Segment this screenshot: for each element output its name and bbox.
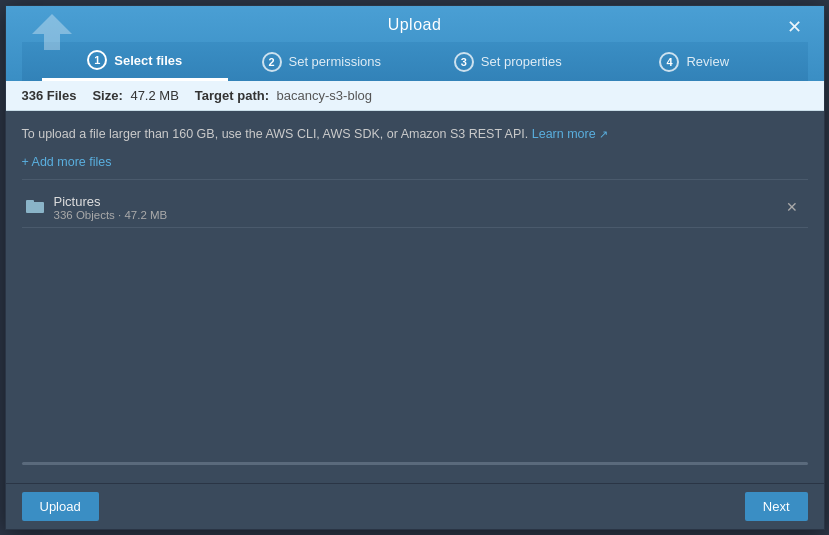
size-value: 47.2 MB <box>130 88 178 103</box>
file-item-left: Pictures 336 Objects · 47.2 MB <box>26 194 168 221</box>
file-list: Pictures 336 Objects · 47.2 MB ✕ <box>22 179 808 228</box>
step-1-num: 1 <box>87 50 107 70</box>
remove-file-button[interactable]: ✕ <box>780 197 804 217</box>
add-more-files-button[interactable]: + Add more files <box>22 155 112 169</box>
info-bar: 336 Files Size: 47.2 MB Target path: bac… <box>6 81 824 111</box>
next-button[interactable]: Next <box>745 492 808 521</box>
target-label: Target path: <box>195 88 269 103</box>
notice-text: To upload a file larger than 160 GB, use… <box>22 125 808 144</box>
learn-more-link[interactable]: Learn more ↗ <box>532 127 608 141</box>
table-row: Pictures 336 Objects · 47.2 MB ✕ <box>22 188 808 228</box>
upload-button[interactable]: Upload <box>22 492 99 521</box>
steps-bar: 1 Select files 2 Set permissions 3 Set p… <box>22 42 808 81</box>
modal-header: Upload ✕ 1 Select files 2 Set permission… <box>6 6 824 81</box>
step-3-label: Set properties <box>481 54 562 69</box>
target-section: Target path: bacancy-s3-blog <box>195 88 372 103</box>
progress-bar-container <box>22 458 808 469</box>
files-count: 336 Files <box>22 88 77 103</box>
step-2-label: Set permissions <box>289 54 381 69</box>
notice-main: To upload a file larger than 160 GB, use… <box>22 127 529 141</box>
step-3-num: 3 <box>454 52 474 72</box>
size-label: Size: <box>92 88 122 103</box>
step-4[interactable]: 4 Review <box>601 44 788 80</box>
target-value: bacancy-s3-blog <box>277 88 372 103</box>
step-2-num: 2 <box>262 52 282 72</box>
size-section: Size: 47.2 MB <box>92 88 178 103</box>
step-4-num: 4 <box>659 52 679 72</box>
step-4-label: Review <box>686 54 729 69</box>
title-row: Upload ✕ <box>22 16 808 42</box>
progress-bar <box>22 462 808 465</box>
file-name: Pictures <box>54 194 168 209</box>
step-3[interactable]: 3 Set properties <box>415 44 602 80</box>
upload-modal: Upload ✕ 1 Select files 2 Set permission… <box>5 5 825 530</box>
close-button[interactable]: ✕ <box>781 16 808 38</box>
step-2[interactable]: 2 Set permissions <box>228 44 415 80</box>
folder-icon <box>26 198 44 217</box>
svg-rect-2 <box>26 200 34 204</box>
external-link-icon: ↗ <box>599 128 608 140</box>
spacer <box>22 238 808 448</box>
file-meta: 336 Objects · 47.2 MB <box>54 209 168 221</box>
modal-title: Upload <box>388 16 442 34</box>
modal-body: To upload a file larger than 160 GB, use… <box>6 111 824 483</box>
file-info: Pictures 336 Objects · 47.2 MB <box>54 194 168 221</box>
modal-footer: Upload Next <box>6 483 824 529</box>
step-1-label: Select files <box>114 53 182 68</box>
